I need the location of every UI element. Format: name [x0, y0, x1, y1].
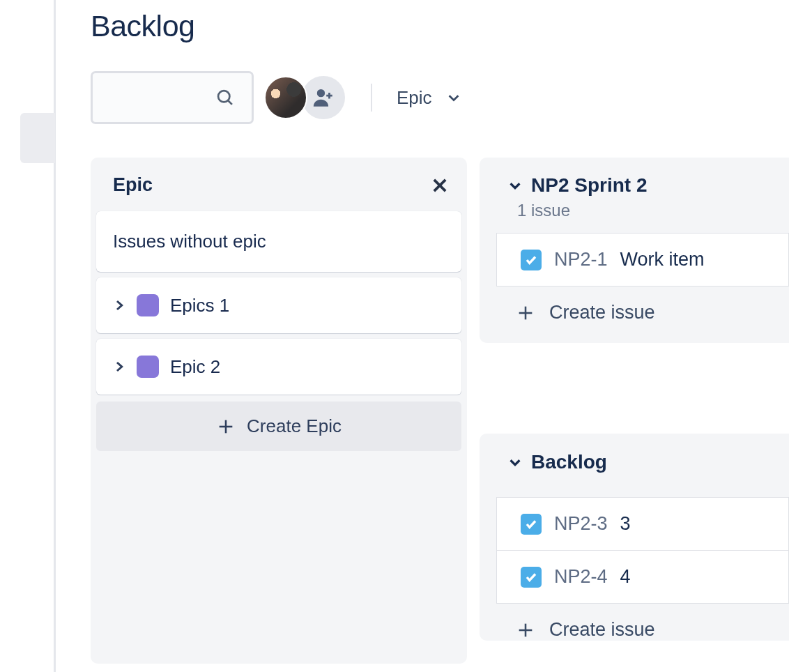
sidebar-fragment [0, 0, 56, 672]
epic-color-swatch [137, 294, 159, 316]
close-icon[interactable] [430, 176, 450, 195]
epic-filter-dropdown[interactable]: Epic [397, 87, 461, 109]
create-issue-button[interactable]: Create issue [496, 604, 789, 641]
issue-row[interactable]: NP2-3 3 [496, 497, 789, 551]
issue-summary: 4 [620, 566, 631, 588]
plus-icon [516, 303, 535, 323]
epic-item-label: Issues without epic [113, 231, 266, 252]
toolbar-divider [371, 84, 372, 112]
issue-summary: Work item [620, 249, 705, 270]
epic-panel-title: Epic [113, 174, 153, 196]
task-icon [521, 250, 542, 270]
epic-panel: Epic Issues without epic Epics 1 [91, 158, 467, 664]
toolbar: Epic [91, 71, 789, 124]
issue-count: 1 issue [480, 197, 789, 220]
epic-filter-label: Epic [397, 87, 432, 109]
epic-color-swatch [137, 356, 159, 378]
epic-item-label: Epic 2 [170, 356, 220, 378]
chevron-down-icon [507, 178, 523, 193]
create-epic-label: Create Epic [247, 415, 342, 437]
search-input[interactable] [91, 71, 254, 124]
page-title: Backlog [91, 9, 789, 43]
plus-icon [216, 417, 236, 436]
epic-item-label: Epics 1 [170, 295, 229, 316]
backlog-name: Backlog [531, 451, 607, 473]
issue-key: NP2-1 [554, 249, 608, 270]
create-issue-button[interactable]: Create issue [496, 287, 789, 343]
sidebar-selected-indicator [20, 113, 55, 163]
issue-row[interactable]: NP2-4 4 [496, 551, 789, 604]
sprint-section: NP2 Sprint 2 1 issue NP2-1 Work item [480, 158, 789, 343]
epic-no-epic-filter[interactable]: Issues without epic [96, 211, 461, 272]
issue-key: NP2-4 [554, 566, 608, 588]
create-issue-label: Create issue [549, 302, 655, 323]
chevron-down-icon [446, 90, 461, 105]
chevron-right-icon [113, 360, 125, 373]
chevron-right-icon [113, 299, 125, 312]
svg-point-2 [317, 89, 325, 97]
task-icon [521, 514, 542, 535]
sprint-name: NP2 Sprint 2 [531, 174, 647, 197]
epic-item[interactable]: Epic 2 [96, 339, 461, 395]
issue-key: NP2-3 [554, 513, 608, 535]
plus-icon [516, 620, 535, 640]
svg-line-1 [228, 100, 232, 105]
avatar[interactable] [264, 76, 307, 119]
backlog-toggle[interactable]: Backlog [480, 451, 789, 473]
backlog-section: Backlog NP2-3 3 [480, 434, 789, 641]
issue-summary: 3 [620, 513, 631, 535]
add-person-button[interactable] [302, 76, 345, 119]
task-icon [521, 567, 542, 588]
search-icon [215, 88, 235, 107]
issue-row[interactable]: NP2-1 Work item [496, 233, 789, 287]
create-issue-label: Create issue [549, 619, 655, 641]
create-epic-button[interactable]: Create Epic [96, 402, 461, 451]
sprint-toggle[interactable]: NP2 Sprint 2 [480, 174, 789, 197]
svg-point-0 [218, 91, 229, 102]
chevron-down-icon [507, 455, 523, 470]
avatar-stack [264, 76, 345, 119]
epic-item[interactable]: Epics 1 [96, 277, 461, 333]
